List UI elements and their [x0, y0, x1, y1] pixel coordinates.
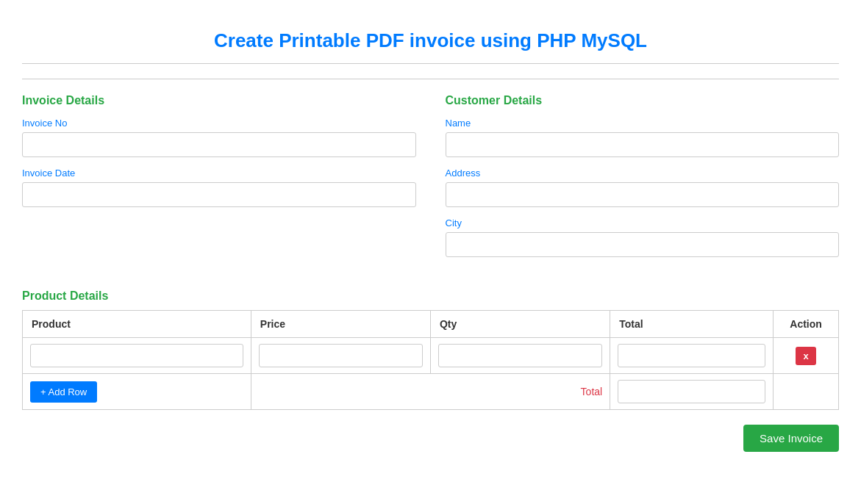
invoice-date-label: Invoice Date [22, 168, 416, 179]
footer-row: Save Invoice [22, 425, 839, 452]
customer-address-group: Address [446, 168, 840, 207]
col-header-product: Product [23, 311, 251, 338]
product-input[interactable] [30, 344, 243, 367]
table-header-row: Product Price Qty Total Action [23, 311, 839, 338]
col-header-total: Total [610, 311, 774, 338]
product-table: Product Price Qty Total Action [22, 310, 839, 410]
customer-details-section: Customer Details Name Address City [446, 94, 840, 267]
customer-city-label: City [446, 217, 840, 228]
price-input[interactable] [259, 344, 423, 367]
customer-name-label: Name [446, 118, 840, 129]
invoice-no-label: Invoice No [22, 118, 416, 129]
invoice-no-input[interactable] [22, 132, 416, 157]
add-row-cell: + Add Row [23, 374, 251, 410]
product-details-title: Product Details [22, 289, 839, 303]
total-label-cell: Total [251, 374, 610, 410]
table-footer-row: + Add Row Total [23, 374, 839, 410]
price-cell [251, 338, 430, 374]
total-label: Total [581, 386, 603, 397]
col-header-price: Price [251, 311, 430, 338]
invoice-details-title: Invoice Details [22, 94, 416, 107]
page-wrapper: Create Printable PDF invoice using PHP M… [0, 0, 861, 481]
customer-city-input[interactable] [446, 232, 840, 257]
qty-input[interactable] [438, 344, 602, 367]
customer-city-group: City [446, 217, 840, 257]
grand-total-cell [610, 374, 774, 410]
col-header-qty: Qty [430, 311, 610, 338]
invoice-date-group: Invoice Date [22, 168, 416, 207]
action-cell: x [774, 338, 839, 374]
customer-name-group: Name [446, 118, 840, 157]
row-total-cell [610, 338, 774, 374]
product-cell [23, 338, 251, 374]
divider [22, 79, 839, 79]
footer-action-cell [774, 374, 839, 410]
customer-address-label: Address [446, 168, 840, 179]
save-invoice-button[interactable]: Save Invoice [743, 425, 839, 452]
col-header-action: Action [774, 311, 839, 338]
product-details-section: Product Details Product Price Qty Total … [22, 289, 839, 410]
invoice-details-section: Invoice Details Invoice No Invoice Date [22, 94, 416, 267]
grand-total-input[interactable] [618, 380, 765, 403]
qty-cell [430, 338, 610, 374]
invoice-no-group: Invoice No [22, 118, 416, 157]
delete-row-button[interactable]: x [796, 347, 815, 365]
page-title: Create Printable PDF invoice using PHP M… [22, 15, 839, 64]
invoice-date-input[interactable] [22, 182, 416, 207]
customer-name-input[interactable] [446, 132, 840, 157]
table-row: x [23, 338, 839, 374]
form-sections: Invoice Details Invoice No Invoice Date … [22, 94, 839, 267]
row-total-input[interactable] [618, 344, 765, 367]
add-row-button[interactable]: + Add Row [30, 381, 97, 403]
customer-details-title: Customer Details [446, 94, 840, 107]
customer-address-input[interactable] [446, 182, 840, 207]
